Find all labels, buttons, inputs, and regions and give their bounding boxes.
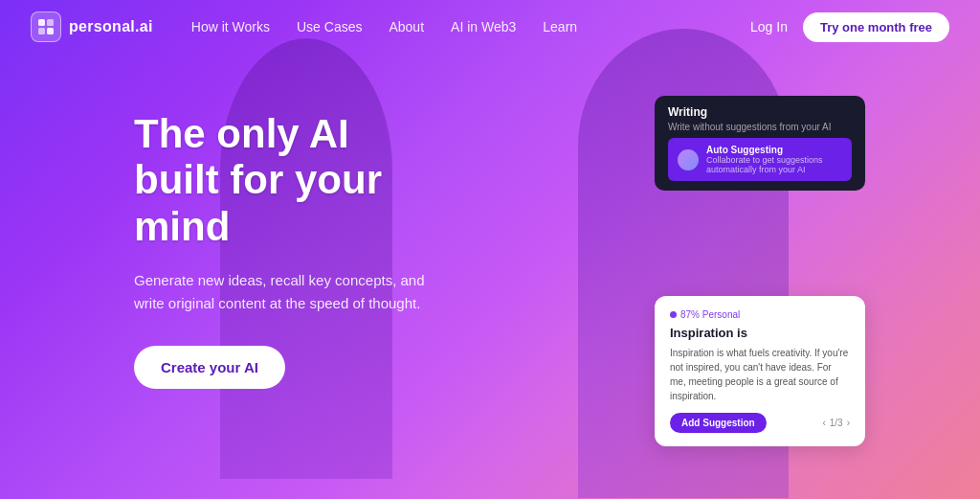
svg-rect-3 — [47, 28, 54, 34]
writing-card-title: Writing — [668, 105, 852, 119]
auto-suggest-label: Auto Suggesting — [706, 145, 842, 155]
inspiration-card-body: Inspiration is what fuels creativity. If… — [670, 346, 850, 403]
nav-actions: Log In Try one month free — [750, 12, 949, 42]
inspiration-card-title: Inspiration is — [670, 326, 850, 340]
nav-how-it-works[interactable]: How it Works — [191, 19, 270, 34]
navbar: personal.ai How it Works Use Cases About… — [0, 0, 980, 54]
svg-rect-2 — [38, 28, 45, 34]
auto-suggest-row: Auto Suggesting Collaborate to get sugge… — [668, 138, 852, 181]
nav-use-cases[interactable]: Use Cases — [297, 19, 362, 34]
writing-card-subtitle: Write without suggestions from your AI — [668, 122, 852, 132]
svg-rect-0 — [38, 19, 45, 26]
svg-rect-1 — [47, 19, 54, 26]
login-button[interactable]: Log In — [750, 19, 788, 34]
hero-subtitle: Generate new ideas, recall key concepts,… — [134, 269, 440, 315]
writing-mode-card: Writing Write without suggestions from y… — [655, 96, 865, 191]
nav-ai-in-web3[interactable]: AI in Web3 — [451, 19, 516, 34]
create-ai-button[interactable]: Create your AI — [134, 346, 285, 389]
inspiration-tag: 87% Personal — [670, 309, 850, 320]
nav-links: How it Works Use Cases About AI in Web3 … — [191, 19, 750, 34]
inspiration-tag-label: 87% Personal — [680, 309, 740, 320]
next-page-button[interactable]: › — [847, 418, 850, 428]
ui-cards-overlay: Writing Write without suggestions from y… — [655, 96, 865, 446]
prev-page-button[interactable]: ‹ — [822, 418, 825, 428]
page-indicator: 1/3 — [830, 418, 843, 428]
nav-about[interactable]: About — [389, 19, 424, 34]
auto-suggest-sub: Collaborate to get suggestions automatic… — [706, 155, 842, 174]
try-free-button[interactable]: Try one month free — [803, 12, 949, 42]
auto-suggest-avatar — [678, 149, 699, 170]
inspiration-card-footer: Add Suggestion ‹ 1/3 › — [670, 413, 850, 433]
add-suggestion-button[interactable]: Add Suggestion — [670, 413, 767, 433]
auto-suggest-text-block: Auto Suggesting Collaborate to get sugge… — [706, 145, 842, 174]
inspiration-card: 87% Personal Inspiration is Inspiration … — [655, 296, 865, 446]
logo[interactable]: personal.ai — [31, 11, 153, 42]
nav-learn[interactable]: Learn — [543, 19, 577, 34]
logo-icon — [31, 11, 61, 42]
hero-title: The only AI built for your mind — [134, 111, 440, 250]
tag-dot-icon — [670, 311, 677, 318]
hero-content: The only AI built for your mind Generate… — [0, 54, 440, 389]
pagination: ‹ 1/3 › — [822, 418, 850, 428]
logo-text: personal.ai — [69, 18, 153, 35]
